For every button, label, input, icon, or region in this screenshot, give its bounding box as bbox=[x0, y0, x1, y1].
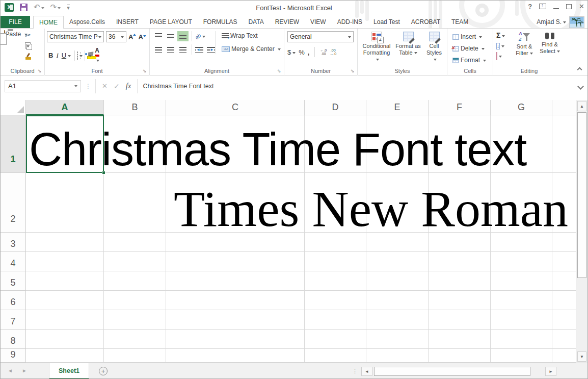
tab-team[interactable]: TEAM bbox=[446, 16, 474, 28]
tab-acrobat[interactable]: ACROBAT bbox=[406, 16, 446, 28]
delete-cells-button[interactable]: Delete bbox=[450, 44, 488, 53]
align-center-icon[interactable] bbox=[165, 44, 176, 55]
top-align-icon[interactable] bbox=[153, 31, 164, 41]
number-dialog-launcher-icon[interactable]: ⇘ bbox=[351, 68, 356, 73]
tab-load-test[interactable]: Load Test bbox=[368, 16, 406, 28]
column-header-E[interactable]: E bbox=[366, 100, 429, 115]
cells-canvas[interactable]: Christmas Time Font text Times New Roman… bbox=[26, 115, 576, 363]
font-name-combo[interactable]: Christmas Time P bbox=[47, 31, 104, 42]
tab-insert[interactable]: INSERT bbox=[111, 16, 144, 28]
column-header-C[interactable]: C bbox=[166, 100, 305, 115]
save-icon[interactable] bbox=[20, 4, 28, 11]
orientation-button[interactable]: ab bbox=[195, 33, 205, 40]
increase-indent-icon[interactable]: ► bbox=[207, 47, 215, 53]
font-size-combo[interactable]: 36 bbox=[106, 31, 126, 42]
font-dialog-launcher-icon[interactable]: ⇘ bbox=[143, 68, 148, 73]
insert-cells-button[interactable]: Insert bbox=[450, 32, 488, 41]
row-header-9[interactable]: 9 bbox=[1, 349, 26, 363]
decrease-indent-icon[interactable]: ◄ bbox=[195, 47, 203, 53]
minimize-icon[interactable] bbox=[553, 8, 559, 9]
redo-button[interactable]: ↷ bbox=[50, 3, 61, 12]
column-header-A[interactable]: A bbox=[26, 100, 104, 115]
tab-formulas[interactable]: FORMULAS bbox=[198, 16, 243, 28]
new-sheet-icon[interactable]: + bbox=[99, 367, 108, 375]
column-header-B[interactable]: B bbox=[104, 100, 166, 115]
collapse-ribbon-icon[interactable] bbox=[577, 67, 581, 71]
fill-color-button[interactable] bbox=[87, 52, 92, 59]
fill-handle[interactable] bbox=[102, 171, 105, 174]
tab-file[interactable]: FILE bbox=[1, 16, 30, 28]
format-cells-button[interactable]: Format bbox=[450, 56, 488, 65]
clear-button[interactable] bbox=[496, 53, 505, 60]
font-color-button[interactable]: A bbox=[95, 47, 99, 64]
increase-font-size-icon[interactable]: A bbox=[128, 33, 136, 41]
excel-logo-icon[interactable]: X bbox=[5, 3, 14, 12]
fill-button[interactable]: ↓ bbox=[496, 42, 505, 49]
name-box[interactable]: A1 bbox=[5, 80, 81, 92]
tab-review[interactable]: REVIEW bbox=[270, 16, 305, 28]
decrease-font-size-icon[interactable]: A bbox=[138, 33, 146, 41]
undo-caret-icon[interactable] bbox=[41, 7, 44, 11]
vertical-scrollbar[interactable]: ▲ ▼ bbox=[576, 100, 587, 363]
sheet-tab-sheet1[interactable]: Sheet1 bbox=[49, 363, 89, 379]
align-left-icon[interactable] bbox=[153, 44, 164, 55]
scroll-left-icon[interactable]: ◄ bbox=[361, 367, 372, 376]
horizontal-scroll-thumb[interactable] bbox=[374, 367, 530, 376]
alignment-dialog-launcher-icon[interactable]: ⇘ bbox=[277, 68, 282, 73]
tab-home[interactable]: HOME bbox=[33, 16, 64, 29]
row-header-5[interactable]: 5 bbox=[1, 271, 26, 291]
user-account[interactable]: Amjad S. bbox=[537, 16, 587, 28]
italic-button[interactable]: I bbox=[55, 52, 60, 60]
wrap-text-button[interactable]: Wrap Text bbox=[220, 31, 283, 40]
bold-button[interactable]: B bbox=[47, 52, 55, 59]
next-sheet-icon[interactable]: ► bbox=[22, 368, 27, 373]
enter-icon[interactable]: ✓ bbox=[114, 82, 120, 90]
column-header-F[interactable]: F bbox=[429, 100, 491, 115]
tab-data[interactable]: DATA bbox=[243, 16, 269, 28]
row-header-8[interactable]: 8 bbox=[1, 330, 26, 349]
tab-aspose-cells[interactable]: Aspose.Cells bbox=[64, 16, 111, 28]
tab-view[interactable]: VIEW bbox=[305, 16, 332, 28]
merge-center-button[interactable]: ⇿ Merge & Center bbox=[220, 44, 283, 54]
redo-caret-icon[interactable] bbox=[58, 7, 61, 11]
scroll-right-icon[interactable]: ► bbox=[545, 367, 556, 376]
tab-add-ins[interactable]: ADD-INS bbox=[332, 16, 368, 28]
cancel-icon[interactable]: ✕ bbox=[102, 82, 108, 90]
column-header-D[interactable]: D bbox=[305, 100, 366, 115]
middle-align-icon[interactable] bbox=[165, 31, 176, 41]
currency-button[interactable]: $ bbox=[287, 48, 296, 56]
horizontal-scrollbar[interactable]: ◄ ► bbox=[361, 367, 556, 376]
column-header-partial[interactable] bbox=[552, 100, 576, 115]
insert-function-icon[interactable]: fx bbox=[126, 82, 131, 90]
formula-input[interactable]: Christmas Time Font text bbox=[138, 83, 574, 90]
scroll-up-icon[interactable]: ▲ bbox=[577, 101, 586, 111]
undo-button[interactable]: ↶ bbox=[34, 3, 44, 12]
find-select-button[interactable]: Find & Select bbox=[537, 31, 563, 58]
close-icon[interactable]: ✕ bbox=[579, 3, 584, 10]
row-header-3[interactable]: 3 bbox=[1, 233, 26, 252]
row-header-2[interactable]: 2 bbox=[1, 173, 26, 233]
copy-button[interactable] bbox=[25, 42, 32, 49]
format-as-table-button[interactable]: Format as Table bbox=[393, 31, 423, 64]
customize-qat-icon[interactable]: ▾ bbox=[67, 5, 70, 10]
format-painter-icon[interactable] bbox=[25, 53, 32, 60]
column-header-G[interactable]: G bbox=[491, 100, 552, 115]
autosum-button[interactable]: Σ bbox=[496, 32, 505, 39]
expand-formula-bar-icon[interactable] bbox=[574, 79, 587, 93]
borders-button[interactable] bbox=[77, 52, 83, 59]
row-header-7[interactable]: 7 bbox=[1, 310, 26, 330]
select-all-corner[interactable] bbox=[1, 100, 26, 115]
increase-decimal-icon[interactable]: ←.0 .00 bbox=[320, 48, 327, 56]
clipboard-dialog-launcher-icon[interactable]: ⇘ bbox=[38, 68, 43, 73]
help-icon[interactable]: ? bbox=[528, 3, 532, 10]
align-right-icon[interactable] bbox=[177, 44, 189, 55]
number-format-combo[interactable]: General bbox=[287, 31, 354, 42]
bottom-align-icon[interactable] bbox=[177, 31, 189, 41]
tab-page-layout[interactable]: PAGE LAYOUT bbox=[144, 16, 198, 28]
comma-style-button[interactable]: , bbox=[308, 48, 310, 56]
row-header-6[interactable]: 6 bbox=[1, 291, 26, 310]
sort-filter-button[interactable]: AZ Sort & Filter bbox=[512, 31, 537, 58]
percent-button[interactable]: % bbox=[299, 48, 305, 56]
prev-sheet-icon[interactable]: ◄ bbox=[8, 368, 13, 373]
cell-styles-button[interactable]: Cell Styles bbox=[423, 31, 445, 64]
